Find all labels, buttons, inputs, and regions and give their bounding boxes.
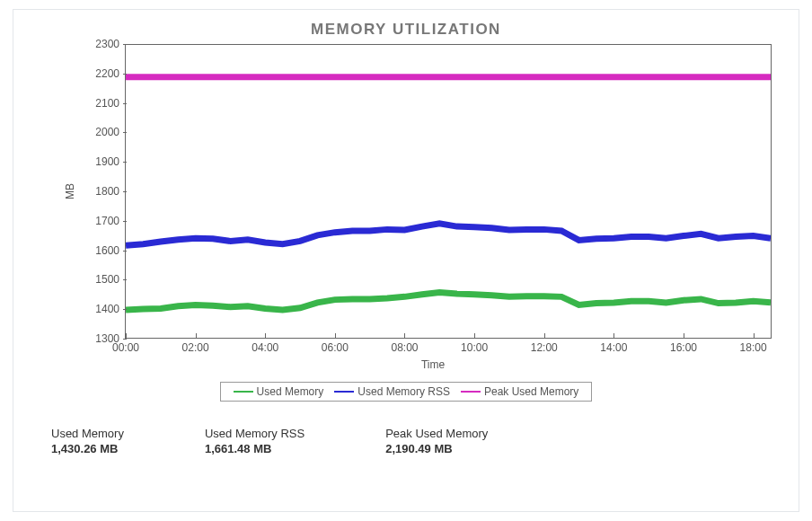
x-tick-label: 16:00 (670, 341, 697, 354)
stat-used-value: 1,430.26 MB (51, 442, 124, 455)
y-tick-mark (123, 339, 127, 340)
y-tick-label: 1300 (84, 332, 119, 345)
x-tick-label: 18:00 (740, 341, 767, 354)
y-tick-label: 2200 (84, 67, 119, 80)
chart-title: MEMORY UTILIZATION (30, 21, 782, 39)
legend-label-used: Used Memory (257, 385, 324, 398)
legend-swatch-peak (461, 391, 481, 393)
chart-container: MB 00:0002:0004:0006:0008:0010:0012:0014… (30, 44, 782, 402)
y-tick-mark (123, 162, 127, 163)
line-svg (126, 45, 771, 338)
y-tick-label: 2000 (84, 126, 119, 138)
stat-used-memory: Used Memory 1,430.26 MB (51, 427, 124, 455)
stat-peak: Peak Used Memory 2,190.49 MB (385, 427, 488, 455)
legend-label-rss: Used Memory RSS (357, 385, 450, 398)
stat-used-label: Used Memory (51, 427, 124, 440)
stat-rss-label: Used Memory RSS (205, 427, 304, 440)
series-line (126, 292, 771, 310)
x-tick-mark (126, 333, 127, 338)
x-tick-label: 08:00 (391, 341, 418, 354)
legend-swatch-rss (334, 391, 354, 393)
y-tick-label: 2100 (84, 97, 119, 110)
y-tick-mark (123, 132, 127, 133)
memory-panel: MEMORY UTILIZATION MB 00:0002:0004:0006:… (13, 9, 799, 512)
x-tick-mark (613, 333, 614, 338)
x-tick-mark (544, 333, 545, 338)
y-tick-mark (123, 103, 127, 104)
legend-swatch-used (234, 391, 253, 393)
y-tick-mark (123, 74, 127, 75)
plot-frame: MB 00:0002:0004:0006:0008:0010:0012:0014… (84, 44, 772, 339)
y-tick-mark (123, 221, 127, 222)
stats-row: Used Memory 1,430.26 MB Used Memory RSS … (30, 427, 782, 455)
y-tick-mark (123, 191, 127, 192)
stat-rss-value: 1,661.48 MB (205, 442, 304, 455)
y-tick-label: 1600 (84, 244, 119, 257)
legend-used-memory: Used Memory (230, 385, 328, 398)
x-tick-label: 10:00 (461, 341, 488, 354)
y-axis-label: MB (64, 183, 76, 199)
x-axis-label: Time (84, 358, 782, 371)
series-line (126, 224, 771, 245)
x-tick-label: 14:00 (600, 341, 627, 354)
y-tick-label: 1400 (84, 303, 119, 315)
x-tick-label: 02:00 (182, 341, 209, 354)
y-tick-label: 2300 (84, 38, 119, 50)
legend-used-memory-rss: Used Memory RSS (331, 385, 454, 398)
x-tick-mark (474, 333, 475, 338)
legend-label-peak: Peak Used Memory (484, 385, 578, 398)
x-tick-label: 12:00 (531, 341, 558, 354)
legend: Used Memory Used Memory RSS Peak Used Me… (220, 382, 593, 402)
y-tick-mark (123, 279, 127, 280)
x-tick-label: 04:00 (252, 341, 278, 354)
stat-peak-value: 2,190.49 MB (385, 442, 488, 455)
stat-rss: Used Memory RSS 1,661.48 MB (205, 427, 304, 455)
x-tick-mark (265, 333, 266, 338)
x-tick-mark (196, 333, 197, 338)
y-tick-label: 1900 (84, 155, 119, 168)
x-tick-mark (754, 333, 755, 338)
x-tick-mark (335, 333, 336, 338)
x-tick-mark (404, 333, 405, 338)
plot-area: 00:0002:0004:0006:0008:0010:0012:0014:00… (125, 44, 772, 339)
legend-peak-used-memory: Peak Used Memory (457, 385, 582, 398)
y-tick-mark (123, 44, 127, 45)
stat-peak-label: Peak Used Memory (385, 427, 488, 440)
x-tick-label: 06:00 (322, 341, 349, 354)
x-tick-mark (684, 333, 684, 338)
y-tick-label: 1700 (84, 215, 119, 227)
y-tick-label: 1500 (84, 273, 119, 286)
y-tick-label: 1800 (84, 185, 119, 198)
y-tick-mark (123, 309, 127, 310)
y-tick-mark (123, 251, 127, 252)
